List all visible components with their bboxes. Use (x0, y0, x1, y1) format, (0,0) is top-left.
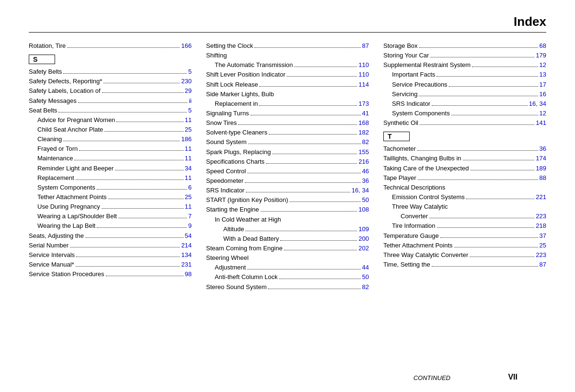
entry-page: 34 (185, 164, 192, 173)
entry-dots (279, 279, 361, 279)
entry-text: Cleaning (37, 134, 62, 144)
entry-text: Service Precautions (392, 80, 448, 90)
entry-dots (245, 231, 357, 231)
entry-text: Reminder Light and Beeper (37, 164, 114, 173)
column-3: Storage Box68Storing Your Car179Suppleme… (383, 41, 546, 292)
list-item: Storing Your Car179 (383, 51, 546, 60)
entry-dots (115, 170, 184, 170)
entry-dots (104, 83, 180, 83)
entry-dots (289, 202, 360, 202)
list-item: Servicing16 (383, 90, 546, 99)
column-2: Setting the Clock87ShiftingThe Automatic… (206, 41, 369, 292)
entry-dots (429, 218, 534, 218)
entry-page: 98 (185, 269, 192, 279)
entry-dots (419, 47, 538, 48)
list-item: Tape Player88 (383, 173, 546, 183)
entry-page: 36 (540, 144, 546, 154)
entry-text: Temperature Gauge (383, 231, 439, 241)
list-item: Setting the Clock87 (206, 41, 369, 51)
entry-dots (259, 86, 357, 87)
entry-dots (76, 257, 180, 257)
entry-dots (85, 237, 184, 238)
entry-text: Synthetic Oil (383, 118, 418, 128)
entry-dots (246, 192, 350, 192)
entry-text: Seat Belts (29, 106, 57, 115)
entry-text: Tire Information (392, 221, 436, 231)
list-item: Three Way Catalytic (383, 202, 546, 212)
entry-text: Shift Lock Release (206, 80, 258, 90)
entry-page: 13 (540, 70, 546, 79)
entry-text: Speed Control (206, 167, 246, 176)
list-item: Anti-theft Column Lock50 (206, 272, 369, 282)
list-item: Wearing a Lap/Shoulder Belt7 (29, 212, 192, 221)
list-item: START (Ignition Key Position)50 (206, 195, 369, 205)
entry-text: Specifications Charts (206, 157, 264, 167)
section-letter-S: S (29, 55, 55, 64)
list-item: Maintenance11 (29, 154, 192, 163)
entry-page: 82 (362, 137, 369, 147)
entry-page: 223 (536, 250, 546, 260)
entry-page: 29 (185, 86, 192, 96)
list-item: Safety Messagesii (29, 96, 192, 106)
entry-page: 87 (540, 260, 546, 269)
entry-text: Use During Pregnancy (37, 202, 100, 212)
entry-dots (449, 86, 538, 87)
entry-dots (78, 102, 188, 103)
entry-text: Wearing the Lap Belt (37, 221, 95, 231)
entry-dots (268, 289, 360, 289)
entry-page: 36 (362, 176, 369, 186)
entry-page: 202 (358, 244, 369, 253)
entry-page: 11 (185, 144, 192, 154)
list-item: Taillights, Changing Bulbs in174 (383, 154, 546, 163)
entry-page: 109 (358, 224, 369, 234)
entry-text: Tape Player (383, 173, 416, 183)
entry-text: In Cold Weather at High (215, 215, 281, 224)
list-item: Replacement in173 (206, 99, 369, 109)
list-item: Spark Plugs, Replacing155 (206, 147, 369, 157)
entry-page: 114 (358, 80, 369, 90)
entry-dots (116, 122, 183, 122)
entry-page: 68 (540, 41, 546, 51)
entry-dots (76, 179, 184, 180)
entry-text: Taillights, Changing Bulbs in (383, 154, 461, 163)
entry-dots (440, 237, 538, 238)
entry-page: 6 (188, 183, 192, 192)
entry-page: 88 (540, 173, 546, 183)
entry-page: 54 (185, 231, 192, 241)
list-item: Shifting (206, 51, 369, 60)
entry-page: 173 (358, 99, 369, 109)
list-item: In Cold Weather at High (206, 215, 369, 224)
entry-text: SRS Indicator (206, 186, 244, 195)
entry-text: Signaling Turns (206, 109, 249, 118)
entry-page: 141 (536, 118, 546, 128)
entry-dots (79, 150, 183, 151)
entry-page: 44 (362, 263, 369, 272)
entry-page: 12 (540, 109, 546, 118)
list-item: Synthetic Oil141 (383, 118, 546, 128)
entry-text: Safety Messages (29, 96, 77, 106)
entry-page: 7 (188, 212, 192, 221)
entry-page: 214 (181, 241, 192, 250)
entry-page: ii (189, 96, 192, 106)
entry-page: 16, 34 (352, 186, 369, 195)
entry-dots (108, 199, 184, 199)
entry-dots (70, 247, 180, 247)
entry-dots (118, 218, 187, 218)
entry-text: Shifting (206, 51, 227, 60)
entry-page: 186 (181, 134, 192, 144)
list-item: The Automatic Transmission110 (206, 60, 369, 70)
list-item: Speed Control46 (206, 167, 369, 176)
index-content: Rotation, Tire166SSafety Belts5Safety De… (29, 41, 546, 292)
entry-dots (287, 76, 357, 77)
list-item: Emission Control Systems221 (383, 192, 546, 202)
entry-text: Advice for Pregnant Women (37, 115, 115, 125)
entry-page: 46 (362, 167, 369, 176)
page-title: Index (514, 14, 546, 29)
list-item: Advice for Pregnant Women11 (29, 115, 192, 125)
entry-dots (97, 189, 187, 190)
list-item: Cleaning186 (29, 134, 192, 144)
list-item: Shift Lock Release114 (206, 80, 369, 90)
entry-page: 110 (358, 60, 369, 70)
entry-text: Service Station Procedures (29, 269, 104, 279)
list-item: SRS Indicator16, 34 (206, 186, 369, 195)
